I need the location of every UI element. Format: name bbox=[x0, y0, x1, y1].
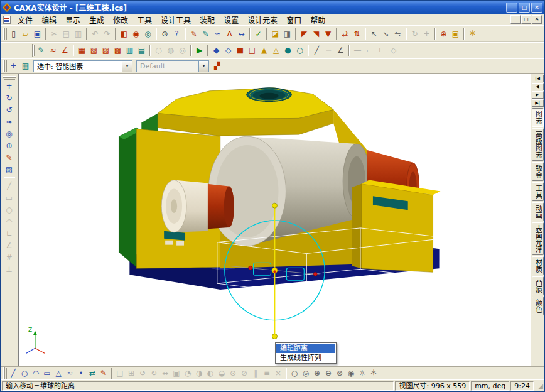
boolean-intersect-button[interactable]: ▲ bbox=[258, 45, 270, 57]
catalog-tab-5[interactable]: 表面光泽 bbox=[532, 222, 544, 255]
menu-item-9[interactable]: 设计元素 bbox=[243, 14, 282, 26]
pattern-linear-button[interactable]: ◆ bbox=[210, 45, 222, 57]
smart-motion-button[interactable]: ＊ bbox=[467, 28, 478, 40]
project-tool-button[interactable]: ○ bbox=[294, 45, 306, 57]
ortho-mode-button[interactable]: ─ bbox=[323, 45, 335, 57]
menu-item-3[interactable]: 生成 bbox=[85, 14, 109, 26]
boolean-union-button[interactable]: ■ bbox=[234, 45, 246, 57]
triball-axis-handle-left[interactable] bbox=[249, 266, 252, 270]
boolean-subtract-button[interactable]: □ bbox=[246, 45, 258, 57]
menu-item-4[interactable]: 修改 bbox=[109, 14, 132, 26]
scale-tool-button[interactable]: ↘ bbox=[380, 28, 392, 40]
triball-top-handle[interactable] bbox=[272, 203, 278, 208]
sketch-2d-button[interactable]: ✎ bbox=[188, 28, 200, 40]
mdi-minimize-button[interactable]: – bbox=[510, 15, 521, 24]
profile-spline-button[interactable]: ≈ bbox=[64, 368, 75, 379]
chevron-down-icon[interactable]: ▾ bbox=[122, 61, 132, 72]
viewport-canvas[interactable]: Z bbox=[19, 74, 530, 366]
panel-nav-1-button[interactable]: ◀ bbox=[532, 83, 544, 90]
view-rotate-left-button[interactable]: ◤ bbox=[298, 28, 310, 40]
light-point-button[interactable]: ⊗ bbox=[334, 368, 345, 379]
mdi-restore-button[interactable]: □ bbox=[521, 15, 531, 24]
selection-mode-button[interactable]: ▦ bbox=[19, 60, 31, 72]
move-3d-button[interactable]: + bbox=[3, 80, 15, 92]
menu-item-10[interactable]: 窗口 bbox=[282, 14, 306, 26]
render-star-button[interactable]: ＊ bbox=[368, 368, 379, 379]
zoom-extents-button[interactable]: ▣ bbox=[450, 28, 461, 40]
pattern-circular-button[interactable]: ◇ bbox=[222, 45, 234, 57]
view-front-button[interactable]: ▼ bbox=[322, 28, 334, 40]
panel-nav-2-button[interactable]: ▶ bbox=[532, 91, 544, 99]
menu-item-7[interactable]: 装配 bbox=[195, 14, 219, 26]
menu-item-2[interactable]: 显示 bbox=[61, 14, 85, 26]
render-mode-button[interactable]: ◨ bbox=[281, 28, 293, 40]
catalog-tab-2[interactable]: 钣金 bbox=[532, 162, 544, 181]
wrap-tool-button[interactable]: ● bbox=[282, 45, 294, 57]
find-button[interactable]: ⊙ bbox=[159, 28, 171, 40]
spin-view-button[interactable]: ↺ bbox=[3, 104, 15, 116]
triball-bottom-handle[interactable] bbox=[272, 334, 278, 339]
menu-item-6[interactable]: 设计工具 bbox=[156, 14, 195, 26]
menu-item-5[interactable]: 工具 bbox=[132, 14, 156, 26]
box-feature-button[interactable]: ▦ bbox=[76, 45, 88, 57]
catalog-tab-6[interactable]: 材质 bbox=[532, 256, 544, 275]
edit-surface-button[interactable]: ✎ bbox=[35, 45, 47, 57]
light-remove-button[interactable]: ⊖ bbox=[323, 368, 334, 379]
profile-point-button[interactable]: • bbox=[75, 368, 87, 379]
menu-item-1[interactable]: 编辑 bbox=[37, 14, 61, 26]
light-add-button[interactable]: ⊕ bbox=[311, 368, 323, 379]
measure-button[interactable]: ∠ bbox=[59, 45, 71, 57]
menu-item-11[interactable]: 帮助 bbox=[306, 14, 330, 26]
panel-nav-3-button[interactable]: ▶| bbox=[532, 99, 544, 107]
catalog-tab-4[interactable]: 动画 bbox=[532, 202, 544, 221]
rotate-3d-button[interactable]: ↻ bbox=[3, 92, 15, 104]
catalog-tab-8[interactable]: 颜色 bbox=[532, 297, 544, 315]
light-spot-button[interactable]: ◎ bbox=[300, 368, 311, 379]
selection-filter-button[interactable]: + bbox=[8, 60, 19, 72]
material-tool-button[interactable]: ◪ bbox=[269, 28, 281, 40]
cone-feature-button[interactable]: ▩ bbox=[112, 45, 124, 57]
sketch-pencil-button[interactable]: ✎ bbox=[3, 151, 15, 163]
line-mode-button[interactable]: ╱ bbox=[311, 45, 323, 57]
light-directional-button[interactable]: ◉ bbox=[345, 368, 357, 379]
toolbar-drag-handle[interactable] bbox=[31, 44, 33, 57]
hatch-tool-button[interactable]: ▨ bbox=[3, 163, 15, 175]
light-ambient-button[interactable]: ○ bbox=[289, 368, 300, 379]
toolbar-drag-handle[interactable] bbox=[3, 76, 16, 78]
profile-mirror-button[interactable]: ⇄ bbox=[87, 368, 98, 379]
profile-rect-button[interactable]: ▭ bbox=[41, 368, 53, 379]
profile-line-button[interactable]: ╱ bbox=[8, 368, 19, 379]
stretch-tool-button[interactable]: ↖ bbox=[368, 28, 380, 40]
toolbar-drag-handle[interactable] bbox=[3, 367, 5, 379]
sphere-feature-button[interactable]: ▨ bbox=[100, 45, 112, 57]
context-menu-item-1[interactable]: 生成线性阵列 bbox=[276, 353, 335, 362]
context-menu-item-0[interactable]: 编辑距离 bbox=[276, 344, 335, 353]
hole-feature-button[interactable]: ▥ bbox=[124, 45, 136, 57]
profile-arc-button[interactable]: ◠ bbox=[30, 368, 41, 379]
split-tool-button[interactable]: △ bbox=[270, 45, 282, 57]
profile-polygon-button[interactable]: △ bbox=[53, 368, 64, 379]
mirror-tool-button[interactable]: ⇋ bbox=[392, 28, 404, 40]
viewport-3d[interactable]: Z 编辑距离生成线性阵列 bbox=[18, 74, 530, 366]
catalog-tab-3[interactable]: 工具 bbox=[532, 182, 544, 201]
sketch-3d-button[interactable]: ✎ bbox=[200, 28, 212, 40]
dimension-tool-button[interactable]: ↔ bbox=[235, 28, 247, 40]
cylinder-feature-button[interactable]: ▧ bbox=[88, 45, 100, 57]
text-tool-button[interactable]: A bbox=[224, 28, 235, 40]
catalog-tab-7[interactable]: 凸痕 bbox=[532, 276, 544, 295]
panel-nav-0-button[interactable]: |◀ bbox=[532, 75, 544, 82]
mdi-close-button[interactable]: ✕ bbox=[532, 15, 542, 24]
flip-horizontal-button[interactable]: ⇄ bbox=[339, 28, 351, 40]
zoom-tool-button[interactable]: ◎ bbox=[3, 128, 15, 139]
close-button[interactable]: ✕ bbox=[531, 3, 542, 13]
play-animation-button[interactable]: ▶ bbox=[193, 45, 205, 57]
menu-item-8[interactable]: 设置 bbox=[219, 14, 243, 26]
maximize-button[interactable]: □ bbox=[519, 3, 530, 13]
model-bushing[interactable] bbox=[161, 180, 208, 232]
new-file-button[interactable]: ▯ bbox=[8, 28, 19, 40]
spline-tool-button[interactable]: ≈ bbox=[212, 28, 224, 40]
profile-circle-button[interactable]: ○ bbox=[19, 368, 30, 379]
angle-mode-button[interactable]: ∠ bbox=[335, 45, 347, 57]
save-file-button[interactable]: ▣ bbox=[31, 28, 43, 40]
validate-button[interactable]: ✓ bbox=[252, 28, 264, 40]
